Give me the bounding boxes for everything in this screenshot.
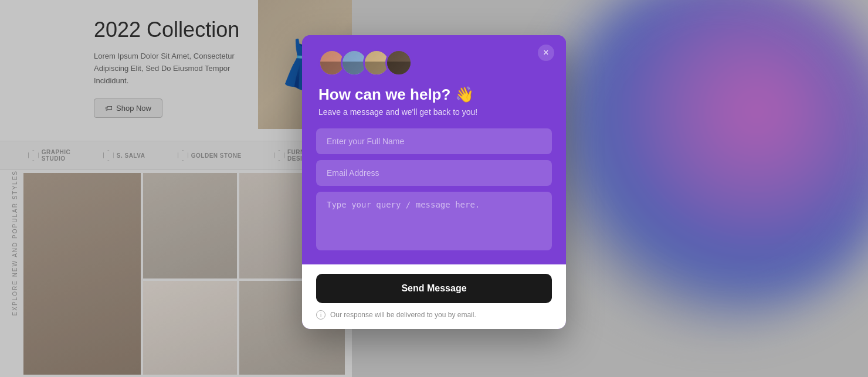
message-textarea[interactable] [316,192,552,250]
modal-header: × How can we help? 👋 Leave a message and… [302,35,566,128]
modal-overlay: × How can we help? 👋 Leave a message and… [0,0,868,377]
email-input[interactable] [316,160,552,186]
close-button[interactable]: × [538,45,554,61]
info-icon: i [316,310,326,320]
modal-body [302,128,566,264]
footer-note-text: Our response will be delivered to you by… [330,311,476,319]
send-message-button[interactable]: Send Message [316,274,552,303]
modal-subtitle: Leave a message and we'll get back to yo… [318,107,550,117]
contact-modal: × How can we help? 👋 Leave a message and… [302,35,566,329]
full-name-input[interactable] [316,128,552,154]
modal-title: How can we help? 👋 [318,86,550,104]
modal-footer: Send Message i Our response will be deli… [302,264,566,329]
avatar-4 [385,49,412,76]
avatar-group [318,49,550,76]
footer-note: i Our response will be delivered to you … [316,310,552,320]
